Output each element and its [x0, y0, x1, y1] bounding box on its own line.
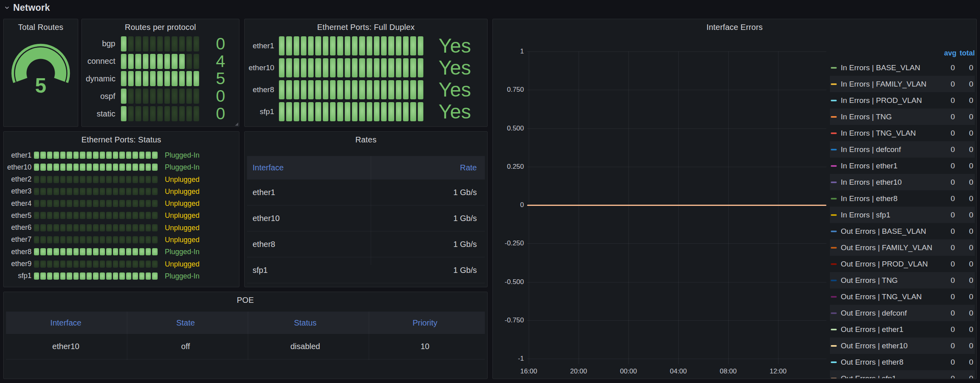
lcd-cell — [135, 106, 141, 121]
legend-item[interactable]: In Errors | sfp100 — [830, 207, 975, 223]
lcd-cell — [139, 236, 144, 243]
series-color-icon — [831, 280, 837, 281]
lcd-cell — [164, 106, 170, 121]
cell-rate: 1 Gb/s — [368, 188, 485, 197]
column-divider — [127, 312, 127, 360]
lcd-cell — [126, 212, 131, 219]
series-color-icon — [831, 247, 837, 249]
legend-header-total[interactable]: total — [956, 49, 975, 57]
lcd-cell — [337, 36, 343, 55]
column-header-rate[interactable]: Rate — [368, 163, 485, 172]
y-axis-tick: -1 — [494, 355, 524, 363]
lcd-cell — [186, 54, 192, 69]
lcd-cell — [308, 102, 314, 121]
lcd-cell — [53, 248, 59, 255]
lcd-row-label: ospf — [86, 92, 121, 101]
lcd-cell — [286, 102, 292, 121]
legend-item[interactable]: Out Errors | sfp100 — [830, 370, 975, 378]
lcd-cell — [359, 80, 365, 99]
y-axis-tick: 0.750 — [494, 86, 524, 94]
lcd-cell — [113, 236, 118, 243]
legend-avg-value: 0 — [939, 342, 955, 350]
legend-item[interactable]: In Errors | BASE_VLAN00 — [830, 59, 975, 76]
x-axis-tick: 04:00 — [660, 367, 696, 375]
lcd-cell — [403, 80, 409, 99]
legend-item[interactable]: In Errors | defconf00 — [830, 141, 975, 158]
cell-rate: 1 Gb/s — [368, 240, 485, 249]
legend-item[interactable]: In Errors | TNG_VLAN00 — [830, 125, 975, 141]
legend-item[interactable]: Out Errors | defconf00 — [830, 305, 975, 321]
lcd-cell — [93, 272, 98, 280]
legend-item[interactable]: In Errors | FAMILY_VLAN00 — [830, 76, 975, 92]
panel-resize-handle[interactable] — [235, 122, 238, 126]
legend-avg-value: 0 — [939, 194, 955, 203]
series-color-icon — [831, 361, 837, 363]
cell-interface: sfp1 — [247, 266, 368, 275]
lcd-cell — [330, 102, 336, 121]
panel-title[interactable]: Interface Errors — [493, 23, 976, 32]
gridline-vertical — [579, 51, 579, 364]
legend-item[interactable]: In Errors | ether800 — [830, 190, 975, 207]
lcd-value: 4 — [216, 53, 225, 70]
legend-item[interactable]: In Errors | ether100 — [830, 158, 975, 174]
column-header-state[interactable]: State — [126, 318, 245, 328]
lcd-cell — [194, 106, 199, 121]
legend-item[interactable]: Out Errors | ether1000 — [830, 338, 975, 354]
panel-title[interactable]: Ethernet Ports: Full Duplex — [245, 23, 487, 32]
legend-item[interactable]: Out Errors | FAMILY_VLAN00 — [830, 239, 975, 256]
legend-item[interactable]: Out Errors | BASE_VLAN00 — [830, 223, 975, 239]
column-header-status[interactable]: Status — [245, 318, 365, 328]
lcd-cell — [113, 224, 118, 231]
lcd-cell — [53, 176, 59, 183]
legend-total-value: 0 — [955, 292, 973, 301]
panel-title[interactable]: POE — [4, 296, 487, 305]
lcd-cell — [119, 261, 124, 268]
panel-title[interactable]: Rates — [245, 135, 487, 144]
column-header-interface[interactable]: Interface — [6, 318, 126, 328]
legend-item[interactable]: Out Errors | ether800 — [830, 354, 975, 370]
lcd-cell — [172, 89, 177, 104]
lcd-cell — [164, 89, 170, 104]
legend-avg-value: 0 — [939, 145, 955, 154]
legend-item[interactable]: In Errors | ether1000 — [830, 174, 975, 190]
lcd-cell — [93, 236, 98, 243]
lcd-cell — [53, 224, 59, 231]
panel-title[interactable]: Routes per protocol — [82, 23, 239, 32]
lcd-cell — [87, 176, 92, 183]
lcd-cell — [34, 164, 39, 171]
panel-title[interactable]: Ethernet Ports: Status — [4, 135, 239, 144]
lcd-cell — [152, 212, 157, 219]
legend-total-value: 0 — [955, 358, 973, 367]
lcd-cell — [100, 224, 105, 231]
row-header-network[interactable]: Network — [4, 2, 50, 14]
column-header-interface[interactable]: Interface — [247, 163, 368, 172]
lcd-cell — [194, 71, 199, 86]
lcd-cell — [359, 102, 365, 121]
legend-item[interactable]: Out Errors | TNG_VLAN00 — [830, 288, 975, 305]
x-axis-tick: 08:00 — [710, 367, 746, 375]
lcd-cell — [67, 152, 72, 159]
lcd-cell — [374, 36, 379, 55]
legend-item[interactable]: Out Errors | PROD_VLAN00 — [830, 256, 975, 272]
lcd-cell — [93, 212, 98, 219]
lcd-cell — [132, 212, 138, 219]
lcd-cell — [388, 102, 394, 121]
legend-item[interactable]: In Errors | PROD_VLAN00 — [830, 92, 975, 109]
lcd-bar — [34, 224, 158, 231]
lcd-cell — [40, 272, 45, 280]
lcd-cell — [315, 58, 321, 77]
legend-item[interactable]: Out Errors | TNG00 — [830, 272, 975, 288]
legend-header-avg[interactable]: avg — [940, 49, 956, 57]
lcd-cell — [150, 71, 156, 86]
column-header-priority[interactable]: Priority — [365, 318, 485, 328]
legend-total-value: 0 — [955, 178, 973, 187]
status-badge: Plugged-In — [165, 272, 200, 280]
lcd-cell — [135, 71, 141, 86]
lcd-cell — [323, 58, 328, 77]
panel-title[interactable]: Total Routes — [4, 23, 78, 32]
legend-item[interactable]: In Errors | TNG00 — [830, 109, 975, 125]
lcd-cell — [34, 224, 39, 231]
gauge: 5 — [7, 40, 75, 108]
legend-item[interactable]: Out Errors | ether100 — [830, 321, 975, 338]
lcd-cell — [47, 200, 52, 207]
